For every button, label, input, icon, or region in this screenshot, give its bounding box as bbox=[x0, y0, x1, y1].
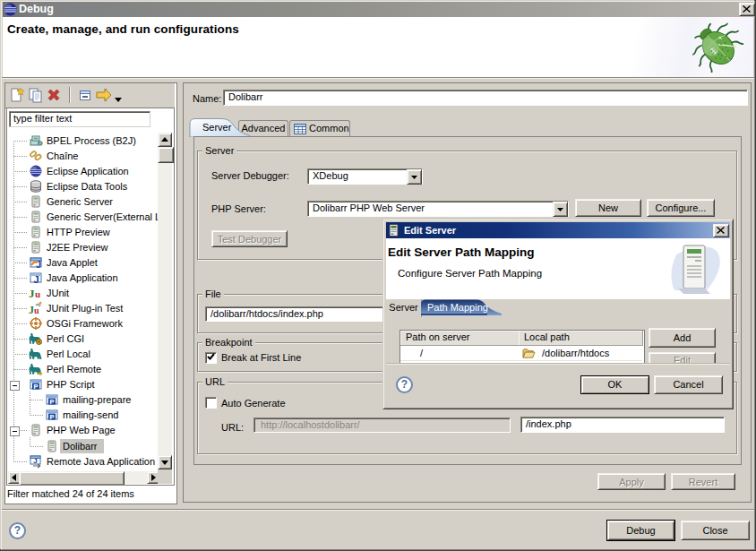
svg-text:Path Mapping: Path Mapping bbox=[427, 302, 488, 313]
svg-text:Server: Server bbox=[202, 122, 232, 133]
